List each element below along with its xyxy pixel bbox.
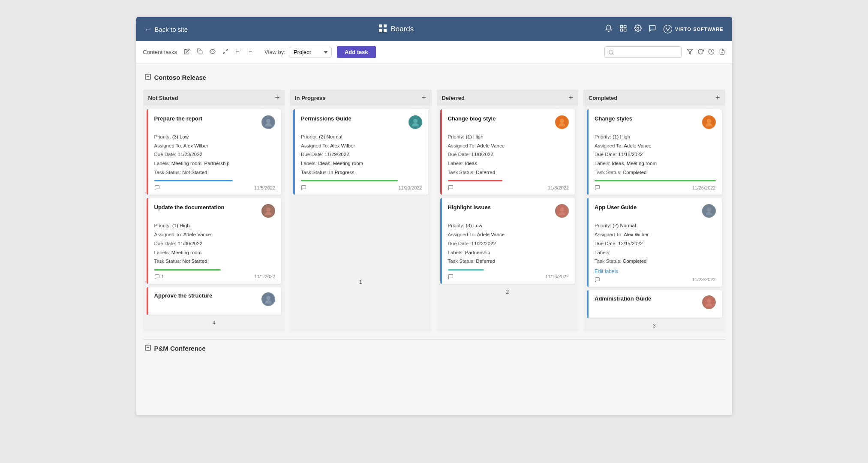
comment-icon-6[interactable] — [448, 274, 454, 280]
board-columns-contoso: Not Started + Prepare the report Pr — [143, 90, 725, 332]
task-meta-5: Priority: (1) High Assigned To: Adele Va… — [448, 132, 569, 177]
column-add-not-started[interactable]: + — [275, 94, 279, 102]
task-title-4: Permissions Guide — [301, 115, 408, 123]
task-progress-5 — [448, 180, 502, 181]
back-to-site-label: Back to site — [155, 26, 188, 33]
comment-icon-7[interactable] — [595, 185, 600, 190]
task-date-5: 11/8/2022 — [548, 185, 569, 190]
task-progress-6 — [448, 269, 484, 271]
column-add-completed[interactable]: + — [715, 94, 720, 102]
add-task-button[interactable]: Add task — [337, 46, 376, 58]
task-card-3[interactable]: Approve the structure — [147, 287, 282, 315]
app-container: ← Back to site Boards VIRTO S — [136, 17, 732, 415]
task-meta-2: Priority: (1) High Assigned To: Adele Va… — [154, 221, 276, 265]
history-icon[interactable] — [708, 48, 715, 56]
sort-asc-icon[interactable] — [234, 48, 243, 57]
comment-icon-4[interactable] — [301, 185, 306, 190]
comment-icon-8[interactable] — [595, 277, 600, 283]
notification-icon[interactable] — [605, 24, 613, 34]
export-icon[interactable] — [719, 48, 725, 56]
task-footer-8: 11/23/2022 — [595, 277, 716, 283]
task-card-7[interactable]: Change styles Priority: (1) High Assigne… — [587, 109, 722, 195]
column-title-in-progress: In Progress — [295, 95, 326, 101]
task-meta-6: Priority: (3) Low Assigned To: Adele Van… — [448, 221, 569, 265]
task-progress-4 — [301, 180, 398, 181]
toolbar: Content tasks View by: Pro — [136, 41, 732, 63]
column-body-completed: Change styles Priority: (1) High Assigne… — [583, 106, 725, 321]
svg-line-13 — [223, 52, 225, 54]
copy-icon[interactable] — [195, 48, 204, 57]
virto-label: VIRTO SOFTWARE — [675, 27, 724, 32]
task-meta-7: Priority: (1) High Assigned To: Adele Va… — [595, 132, 716, 177]
task-card-header-5: Change blog style — [448, 115, 569, 129]
task-avatar-9 — [702, 295, 716, 309]
task-card-header-2: Update the documentation — [154, 204, 276, 218]
edit-labels-link[interactable]: Edit labels — [595, 268, 716, 274]
svg-rect-7 — [624, 29, 626, 31]
task-card-5[interactable]: Change blog style Priority: (1) High Ass… — [440, 109, 575, 195]
task-footer-7: 11/26/2022 — [595, 185, 716, 190]
expand-icon[interactable] — [221, 48, 230, 57]
task-progress-2 — [154, 269, 221, 271]
task-card-1[interactable]: Prepare the report Priority: (3) Low Ass… — [147, 109, 282, 195]
chat-icon[interactable] — [649, 24, 656, 34]
task-title-7: Change styles — [595, 115, 702, 123]
comment-icon-5[interactable] — [448, 185, 454, 190]
task-title-5: Change blog style — [448, 115, 556, 123]
view-by-section: View by: Project Assignee Priority — [264, 47, 332, 57]
task-date-6: 11/16/2022 — [545, 274, 569, 279]
task-card-header-8: App User Guide — [595, 204, 716, 218]
task-date-2: 11/1/2022 — [254, 274, 275, 279]
view-by-select[interactable]: Project Assignee Priority — [289, 47, 332, 57]
svg-point-42 — [707, 299, 711, 303]
main-content: Contoso Release Not Started + Prepare th… — [136, 63, 732, 415]
task-card-header-3: Approve the structure — [154, 292, 276, 306]
sort-desc-icon[interactable] — [246, 48, 256, 57]
settings-icon[interactable] — [634, 24, 642, 34]
task-card-2[interactable]: Update the documentation Priority: (1) H… — [147, 198, 282, 283]
group-collapse-icon[interactable] — [145, 74, 151, 81]
comment-icon-2[interactable]: 1 — [154, 274, 164, 280]
task-date-7: 11/26/2022 — [692, 185, 715, 190]
task-card-6[interactable]: Highlight issues Priority: (3) Low Assig… — [440, 198, 575, 283]
search-input[interactable] — [604, 46, 682, 58]
svg-point-36 — [560, 207, 564, 212]
task-card-4[interactable]: Permissions Guide Priority: (2) Normal A… — [293, 109, 428, 195]
column-title-deferred: Deferred — [442, 95, 465, 101]
back-to-site-button[interactable]: ← Back to site — [145, 26, 188, 33]
task-avatar-1 — [261, 115, 275, 129]
task-card-8[interactable]: App User Guide Priority: (2) Normal Assi… — [587, 198, 722, 286]
column-add-in-progress[interactable]: + — [422, 94, 426, 102]
group-title-contoso: Contoso Release — [154, 74, 207, 81]
column-header-completed: Completed + — [583, 90, 725, 106]
task-card-header-7: Change styles — [595, 115, 716, 129]
svg-rect-2 — [379, 29, 382, 32]
column-completed: Completed + Change styles Priority: — [583, 90, 725, 332]
task-card-9[interactable]: Administration Guide — [587, 290, 722, 318]
filter-icon[interactable] — [687, 48, 693, 56]
column-body-in-progress: Permissions Guide Priority: (2) Normal A… — [290, 106, 432, 277]
view-icon[interactable] — [619, 24, 627, 34]
edit-icon[interactable] — [182, 48, 192, 57]
column-add-deferred[interactable]: + — [568, 94, 573, 102]
task-avatar-6 — [555, 204, 569, 218]
comment-icon-1[interactable] — [154, 185, 160, 190]
svg-point-28 — [266, 207, 270, 212]
group-pm-conference: P&M Conference — [143, 339, 725, 355]
task-progress-7 — [595, 180, 716, 181]
task-date-8: 11/23/2022 — [692, 277, 715, 282]
virto-logo: VIRTO SOFTWARE — [663, 24, 724, 34]
column-header-not-started: Not Started + — [143, 90, 285, 106]
refresh-icon[interactable] — [697, 48, 704, 56]
column-body-deferred: Change blog style Priority: (1) High Ass… — [437, 106, 579, 287]
column-count-completed: 3 — [583, 321, 725, 332]
column-count-deferred: 2 — [437, 287, 579, 298]
view-toggle-icon[interactable] — [208, 48, 217, 57]
boards-title: Boards — [390, 25, 414, 33]
column-title-completed: Completed — [589, 95, 617, 101]
group-contoso-release: Contoso Release — [143, 70, 725, 84]
group-collapse-icon-2[interactable] — [145, 345, 151, 352]
svg-point-32 — [413, 119, 417, 123]
column-not-started: Not Started + Prepare the report Pr — [143, 90, 285, 332]
task-avatar-3 — [261, 292, 275, 306]
